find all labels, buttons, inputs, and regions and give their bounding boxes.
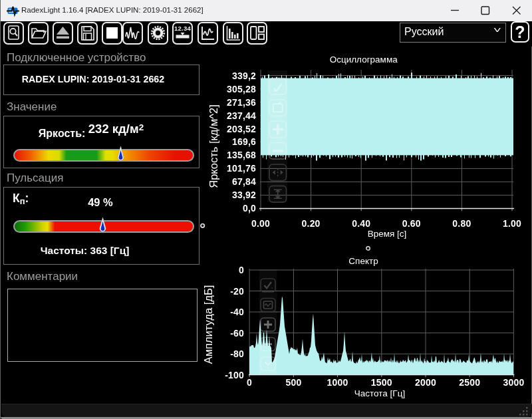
svg-text:169,6: 169,6 — [232, 136, 256, 147]
svg-text:0.40: 0.40 — [352, 218, 370, 229]
svg-text:237,44: 237,44 — [227, 110, 256, 121]
svg-text:339,2: 339,2 — [232, 70, 256, 81]
svg-text:33,92: 33,92 — [232, 190, 256, 200]
svg-text:Амплитуда [дБ]: Амплитуда [дБ] — [202, 285, 214, 364]
svg-text:-100: -100 — [225, 370, 244, 380]
svg-text:-20: -20 — [230, 286, 244, 297]
svg-text:101,76: 101,76 — [227, 163, 256, 174]
svg-text:500: 500 — [285, 377, 301, 388]
svg-text:0: 0 — [239, 265, 244, 275]
svg-text:0.80: 0.80 — [452, 218, 471, 229]
svg-text:Частота [Гц]: Частота [Гц] — [354, 388, 405, 398]
svg-text:2000: 2000 — [415, 377, 436, 388]
svg-text:1500: 1500 — [371, 377, 392, 388]
svg-text:67,84: 67,84 — [232, 176, 256, 187]
svg-text:Яркость [кд/м^2]: Яркость [кд/м^2] — [207, 104, 219, 188]
svg-text:-40: -40 — [230, 307, 244, 317]
svg-text:-60: -60 — [230, 328, 244, 339]
svg-text:Время [с]: Время [с] — [368, 229, 407, 239]
svg-text:-80: -80 — [230, 349, 244, 359]
svg-text:3000: 3000 — [503, 377, 524, 388]
svg-text:Спектр: Спектр — [348, 256, 378, 266]
svg-text:203,52: 203,52 — [227, 124, 256, 134]
svg-text:0: 0 — [247, 377, 252, 388]
svg-text:0.20: 0.20 — [302, 218, 321, 229]
svg-text:135,68: 135,68 — [227, 150, 256, 160]
svg-text:305,28: 305,28 — [227, 84, 256, 94]
svg-text:1000: 1000 — [327, 377, 348, 388]
svg-text:0.60: 0.60 — [402, 218, 421, 229]
svg-text:2500: 2500 — [459, 377, 480, 388]
svg-text:Осциллограмма: Осциллограмма — [330, 55, 398, 65]
svg-text:271,36: 271,36 — [227, 97, 256, 108]
svg-text:1.00: 1.00 — [503, 218, 521, 229]
svg-text:0,0: 0,0 — [243, 203, 256, 213]
svg-text:0.00: 0.00 — [251, 218, 270, 229]
svg-text:12.34: 12.34 — [174, 25, 191, 32]
